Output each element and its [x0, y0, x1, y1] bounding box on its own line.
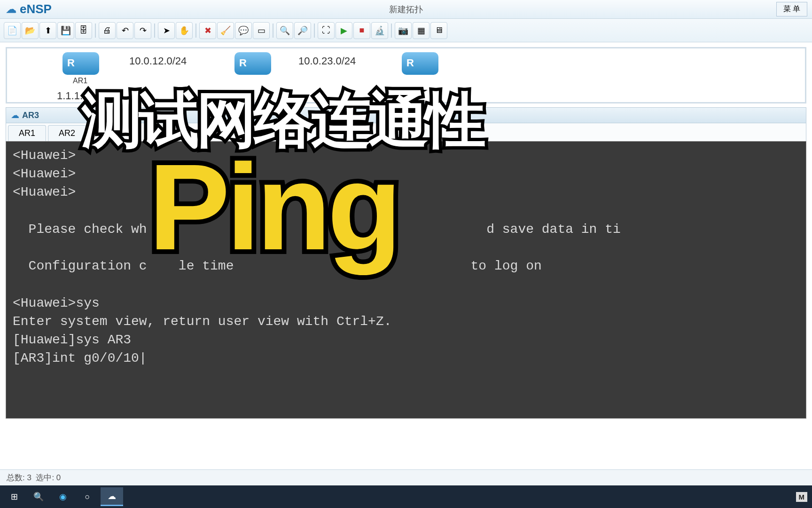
grid-icon[interactable]: ▦	[413, 22, 429, 39]
status-total-value: 3	[27, 473, 31, 483]
ensp-taskbar-icon[interactable]: ☁	[101, 487, 123, 506]
zoomout-icon[interactable]: 🔎	[294, 22, 311, 39]
app-name: eNSP	[20, 2, 52, 16]
tab-ar2[interactable]: AR2	[48, 125, 86, 141]
start-button[interactable]: ⊞	[3, 487, 25, 506]
hand-icon[interactable]: ✋	[176, 22, 193, 39]
inspect-icon[interactable]: 🔬	[371, 22, 388, 39]
separator	[95, 24, 96, 38]
title-bar: ☁ eNSP 新建拓扑 菜 单	[0, 0, 812, 19]
system-tray: M	[796, 492, 808, 502]
redo-icon[interactable]: ↷	[134, 22, 151, 39]
stop-icon[interactable]: ■	[353, 22, 370, 39]
delete-icon[interactable]: ✖	[199, 22, 216, 39]
status-selected-value: 0	[56, 473, 61, 483]
cortana-icon[interactable]: ○	[76, 487, 99, 506]
overlay-ping-text: Ping	[148, 146, 398, 268]
note-icon[interactable]: 💬	[235, 22, 252, 39]
upload-icon[interactable]: ⬆	[39, 22, 56, 39]
screen-icon[interactable]: 🖥	[430, 22, 447, 39]
ensp-logo-icon: ☁	[6, 4, 17, 15]
separator	[154, 24, 155, 38]
play-icon[interactable]: ▶	[336, 22, 352, 39]
ime-indicator[interactable]: M	[796, 492, 808, 502]
status-bar: 总数: 3 选中: 0	[0, 469, 812, 485]
fit-icon[interactable]: ⛶	[318, 22, 335, 39]
save-icon[interactable]: 💾	[57, 22, 74, 39]
edge-icon[interactable]: ◉	[52, 487, 74, 506]
app-logo: ☁ eNSP	[0, 2, 57, 16]
erase-icon[interactable]: 🧹	[217, 22, 234, 39]
saveall-icon[interactable]: 🗄	[75, 22, 92, 39]
terminal-output[interactable]: <Huawei> <Huawei> <Huawei> Please check …	[6, 141, 806, 419]
separator	[391, 24, 392, 38]
status-selected-label: 选中:	[36, 472, 54, 483]
search-icon[interactable]: 🔍	[27, 487, 50, 506]
print-icon[interactable]: 🖨	[99, 22, 116, 39]
separator	[273, 24, 273, 38]
terminal-window-title: AR3	[22, 111, 39, 120]
capture-icon[interactable]: 📷	[395, 22, 412, 39]
terminal-icon: ☁	[11, 110, 19, 120]
zoomin-icon[interactable]: 🔍	[276, 22, 293, 39]
router-ar3[interactable]	[402, 52, 438, 75]
toolbar: 📄 📂 ⬆ 💾 🗄 🖨 ↶ ↷ ➤ ✋ ✖ 🧹 💬 ▭ 🔍 🔎 ⛶ ▶ ■ 🔬 …	[0, 19, 812, 42]
windows-taskbar: ⊞ 🔍 ◉ ○ ☁ M	[0, 485, 812, 508]
network1-label: 10.0.12.0/24	[129, 55, 187, 67]
rect-icon[interactable]: ▭	[253, 22, 270, 39]
open-icon[interactable]: 📂	[22, 22, 39, 39]
separator	[314, 24, 315, 38]
new-icon[interactable]: 📄	[4, 22, 21, 39]
router-ar2[interactable]	[234, 52, 271, 75]
ip-label: 1.1.1.	[57, 90, 83, 102]
status-total-label: 总数:	[7, 472, 25, 483]
tab-ar1[interactable]: AR1	[8, 125, 46, 141]
separator	[195, 24, 196, 38]
network2-label: 10.0.23.0/24	[298, 55, 356, 67]
pointer-icon[interactable]: ➤	[158, 22, 175, 39]
menu-button[interactable]: 菜 单	[776, 2, 807, 16]
router-ar1[interactable]	[62, 52, 99, 75]
undo-icon[interactable]: ↶	[117, 22, 133, 39]
window-title: 新建拓扑	[389, 4, 423, 15]
